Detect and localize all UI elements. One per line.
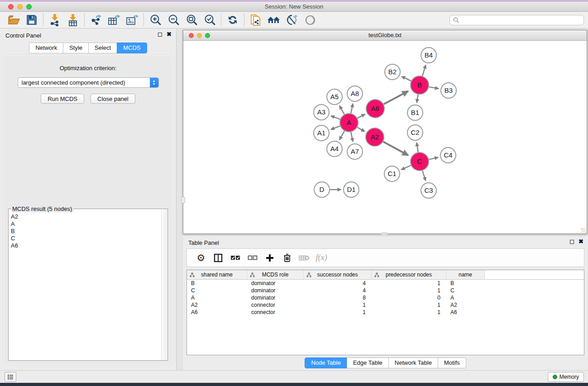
duplicate-network-icon[interactable]: [247, 13, 265, 27]
graph-edge-B-B2[interactable]: [402, 76, 411, 81]
resize-grip-icon[interactable]: [581, 228, 586, 233]
graph-edge-A-A8[interactable]: [351, 104, 353, 113]
network-window-titlebar[interactable]: testGlobe.txt: [183, 30, 587, 41]
export-network-icon[interactable]: [87, 13, 105, 27]
refresh-icon[interactable]: [224, 13, 242, 27]
network-close-button[interactable]: [189, 33, 194, 38]
result-item[interactable]: A: [11, 220, 161, 228]
column-header-name[interactable]: name: [446, 270, 485, 280]
graph-edge-A-A1[interactable]: [331, 126, 340, 129]
zoom-selected-icon[interactable]: [201, 13, 219, 27]
import-table-icon[interactable]: [64, 13, 82, 27]
table-settings-icon[interactable]: ⚙: [192, 250, 210, 266]
graph-edge-A-A5[interactable]: [339, 106, 344, 114]
zoom-out-icon[interactable]: [164, 13, 182, 27]
optimization-criterion-select[interactable]: largest connected component (directed) ▲…: [18, 77, 159, 88]
result-scrollbar[interactable]: [161, 210, 167, 360]
graph-edge-A2-C[interactable]: [383, 142, 408, 155]
graph-node-C1[interactable]: C1: [384, 166, 400, 181]
graph-node-C3[interactable]: C3: [421, 183, 436, 198]
close-window-button[interactable]: [8, 4, 14, 10]
graph-node-B2[interactable]: B2: [385, 64, 400, 80]
graph-edge-A-A2[interactable]: [357, 127, 364, 131]
graph-edge-C-C2[interactable]: [417, 143, 418, 152]
column-header-predecessor-nodes[interactable]: predecessor nodes: [372, 270, 446, 280]
home-icon[interactable]: [265, 13, 283, 27]
graph-edge-B-B1[interactable]: [417, 95, 418, 103]
network-zoom-button[interactable]: [205, 33, 210, 38]
table-row[interactable]: A6connector11A6: [187, 309, 584, 316]
graph-edge-A-A4[interactable]: [339, 131, 344, 140]
table-row[interactable]: Cdominator41C: [187, 287, 584, 294]
add-column-icon[interactable]: [261, 250, 278, 266]
graph-node-D[interactable]: D: [314, 182, 330, 197]
show-columns-icon[interactable]: [210, 250, 227, 266]
eye-icon[interactable]: [301, 13, 319, 27]
graph-node-B3[interactable]: B3: [441, 83, 456, 98]
minimize-window-button[interactable]: [17, 4, 23, 10]
tab-node-table[interactable]: Node Table: [305, 357, 347, 368]
graph-node-A4[interactable]: A4: [327, 141, 342, 157]
tab-style[interactable]: Style: [63, 43, 89, 53]
graph-node-A8[interactable]: A8: [347, 86, 363, 101]
export-image-icon[interactable]: [123, 13, 141, 27]
zoom-fit-icon[interactable]: [182, 13, 201, 27]
graph-edge-B-B3[interactable]: [429, 87, 439, 89]
import-network-icon[interactable]: [46, 13, 64, 27]
graph-node-A7[interactable]: A7: [347, 144, 363, 159]
save-session-icon[interactable]: [23, 13, 41, 27]
column-header-successor-nodes[interactable]: successor nodes: [304, 270, 372, 280]
graph-edge-A-A3[interactable]: [331, 116, 340, 119]
delete-column-icon[interactable]: [278, 250, 296, 266]
column-header-shared-name[interactable]: shared name: [187, 270, 247, 280]
result-item[interactable]: C: [11, 235, 161, 242]
float-table-panel-icon[interactable]: [570, 240, 574, 244]
graph-node-B4[interactable]: B4: [421, 48, 436, 63]
table-row[interactable]: A2connector11A2: [187, 301, 584, 309]
float-panel-icon[interactable]: [158, 33, 162, 37]
table-row[interactable]: Adominator80A: [187, 294, 584, 301]
export-table-icon[interactable]: [105, 13, 123, 27]
mcds-result-list[interactable]: A2ABCA6: [9, 210, 161, 360]
graph-edge-A6-B[interactable]: [384, 91, 408, 105]
tab-select[interactable]: Select: [88, 43, 117, 53]
graph-node-B[interactable]: B: [411, 76, 429, 94]
graph-node-A1[interactable]: A1: [314, 125, 329, 141]
run-mcds-button[interactable]: Run MCDS: [41, 94, 84, 104]
search-input[interactable]: [461, 17, 580, 24]
column-header-mcds-role[interactable]: MCDS role: [247, 270, 304, 280]
deselect-all-icon[interactable]: [244, 250, 261, 266]
close-panel-button[interactable]: Close panel: [91, 94, 135, 104]
zoom-in-icon[interactable]: [146, 13, 164, 27]
memory-button[interactable]: Memory: [548, 372, 584, 382]
zoom-window-button[interactable]: [26, 4, 32, 10]
graph-node-B1[interactable]: B1: [407, 105, 423, 120]
graph-node-C4[interactable]: C4: [440, 148, 456, 163]
graph-edge-C-C4[interactable]: [429, 157, 438, 160]
graph-node-C[interactable]: C: [411, 152, 429, 171]
task-history-button[interactable]: [5, 372, 16, 382]
result-item[interactable]: B: [11, 228, 161, 235]
close-panel-icon[interactable]: ✖: [167, 32, 172, 37]
tab-motifs[interactable]: Motifs: [438, 357, 466, 368]
graph-node-A2[interactable]: A2: [366, 128, 384, 146]
graph-node-A5[interactable]: A5: [327, 89, 342, 105]
function-builder-icon[interactable]: f(x): [313, 250, 330, 266]
open-file-icon[interactable]: [5, 13, 23, 27]
tab-mcds[interactable]: MCDS: [117, 43, 147, 53]
graph-node-A3[interactable]: A3: [314, 105, 329, 120]
table-row[interactable]: Bdominator41B: [187, 280, 584, 287]
graph-edge-B-B4[interactable]: [422, 65, 425, 76]
select-all-icon[interactable]: [227, 250, 244, 266]
result-item[interactable]: A6: [11, 242, 161, 249]
graph-edge-C-C1[interactable]: [402, 166, 411, 170]
graph-node-C2[interactable]: C2: [407, 125, 423, 140]
result-item[interactable]: A2: [11, 213, 161, 220]
graph-node-D1[interactable]: D1: [344, 182, 359, 197]
network-minimize-button[interactable]: [197, 33, 202, 38]
network-canvas[interactable]: B4B2BB3A8A5A6A3B1AA1C2A2A4A7C4CC1DD1C3: [183, 41, 587, 234]
graph-node-A6[interactable]: A6: [366, 100, 384, 118]
tab-network-table[interactable]: Network Table: [388, 357, 438, 368]
birds-eye-view-icon[interactable]: [283, 13, 301, 27]
graph-edge-A-A7[interactable]: [351, 132, 353, 142]
